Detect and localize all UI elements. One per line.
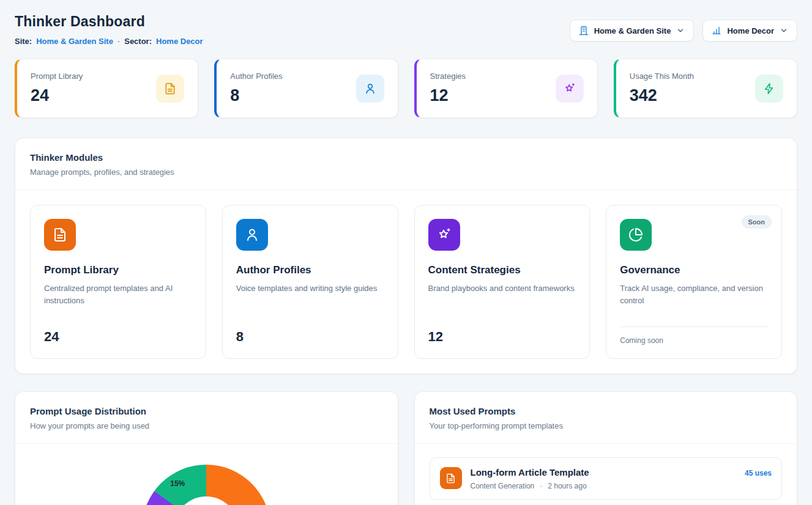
module-value: 8: [236, 329, 384, 345]
prompts-panel-subtitle: Your top-performing prompt templates: [430, 421, 783, 430]
site-link[interactable]: Home & Garden Site: [36, 37, 113, 46]
page-title: Thinker Dashboard: [15, 13, 203, 30]
usage-panel-header: Prompt Usage Distribution How your promp…: [15, 392, 398, 444]
module-card-prompt-library[interactable]: Prompt Library Centralized prompt templa…: [30, 205, 206, 359]
sector-label: Sector:: [124, 37, 152, 46]
prompt-item-category: Content Generation: [471, 482, 535, 490]
user-icon: [236, 219, 268, 251]
prompt-uses-badge: 45 uses: [745, 467, 772, 477]
lightning-icon: [755, 75, 783, 103]
prompt-list-item[interactable]: Long-form Article Template Content Gener…: [430, 457, 783, 500]
module-title: Content Strategies: [428, 264, 576, 276]
title-block: Thinker Dashboard Site: Home & Garden Si…: [15, 13, 203, 46]
bottom-row: Prompt Usage Distribution How your promp…: [15, 391, 797, 505]
modules-section-title: Thinker Modules: [30, 152, 782, 163]
prompt-item-text: Long-form Article Template Content Gener…: [471, 467, 589, 490]
stat-value: 24: [31, 86, 83, 105]
stat-card-author-profiles: Author Profiles 8: [214, 59, 398, 118]
prompt-item-title: Long-form Article Template: [471, 467, 589, 477]
stat-value: 12: [430, 86, 466, 105]
sparkle-star-icon: [556, 75, 584, 103]
soon-badge: Soon: [742, 215, 772, 229]
usage-donut-chart: 15%: [142, 465, 270, 505]
module-description: Track AI usage, compliance, and version …: [620, 282, 768, 307]
prompt-usage-distribution-panel: Prompt Usage Distribution How your promp…: [15, 391, 398, 505]
building-icon: [579, 26, 589, 35]
stat-card-prompt-library: Prompt Library 24: [15, 59, 198, 118]
stat-card-usage-this-month: Usage This Month 342: [614, 59, 797, 118]
module-description: Centralized prompt templates and AI inst…: [44, 282, 192, 307]
stat-value: 8: [230, 86, 282, 105]
document-icon: [156, 75, 184, 103]
stat-label: Strategies: [430, 72, 466, 81]
site-label: Site:: [15, 37, 32, 46]
module-card-governance[interactable]: Soon Governance Track AI usage, complian…: [606, 205, 782, 359]
bar-chart-icon: [712, 26, 721, 35]
modules-section-header: Thinker Modules Manage prompts, profiles…: [15, 138, 797, 190]
prompt-item-meta: Content Generation · 2 hours ago: [471, 482, 589, 490]
chevron-down-icon: [780, 26, 788, 35]
stat-text: Strategies 12: [430, 72, 466, 105]
stats-row: Prompt Library 24 Author Profiles 8 Stra…: [15, 59, 797, 118]
prompt-item-time: 2 hours ago: [548, 482, 586, 490]
prompts-list: Long-form Article Template Content Gener…: [415, 444, 797, 505]
stat-label: Author Profiles: [230, 72, 282, 81]
module-title: Governance: [620, 264, 768, 276]
modules-grid: Prompt Library Centralized prompt templa…: [15, 190, 797, 374]
sector-selector-label: Home Decor: [727, 26, 774, 35]
document-icon: [440, 467, 462, 489]
breadcrumb: Site: Home & Garden Site · Sector: Home …: [15, 37, 203, 46]
stat-text: Author Profiles 8: [230, 72, 282, 105]
prompts-panel-title: Most Used Prompts: [430, 406, 783, 416]
sparkle-star-icon: [428, 219, 460, 251]
meta-separator: ·: [540, 482, 542, 490]
thinker-dashboard-page: Thinker Dashboard Site: Home & Garden Si…: [0, 0, 812, 505]
prompts-panel-header: Most Used Prompts Your top-performing pr…: [415, 392, 797, 444]
module-value: 24: [44, 329, 192, 345]
chevron-down-icon: [676, 26, 685, 35]
chart-area: 15%: [15, 444, 398, 505]
site-selector-label: Home & Garden Site: [594, 26, 671, 35]
document-icon: [44, 219, 76, 251]
pie-chart-icon: [620, 219, 652, 251]
stat-card-strategies: Strategies 12: [414, 59, 598, 118]
user-icon: [356, 75, 384, 103]
stat-value: 342: [630, 86, 694, 105]
donut-segment-label: 15%: [170, 479, 185, 488]
topbar-actions: Home & Garden Site Home Decor: [570, 13, 797, 42]
module-description: Brand playbooks and content frameworks: [428, 282, 576, 295]
coming-soon-label: Coming soon: [620, 326, 768, 345]
module-card-content-strategies[interactable]: Content Strategies Brand playbooks and c…: [414, 205, 590, 359]
module-value: 12: [428, 329, 576, 345]
module-title: Prompt Library: [44, 264, 192, 276]
modules-section-subtitle: Manage prompts, profiles, and strategies: [30, 168, 782, 177]
stat-label: Prompt Library: [31, 72, 83, 81]
usage-panel-subtitle: How your prompts are being used: [30, 421, 383, 430]
module-title: Author Profiles: [236, 264, 384, 276]
sector-selector-dropdown[interactable]: Home Decor: [702, 20, 797, 42]
stat-label: Usage This Month: [630, 72, 694, 81]
breadcrumb-separator: ·: [117, 37, 120, 46]
stat-text: Prompt Library 24: [31, 72, 83, 105]
module-card-author-profiles[interactable]: Author Profiles Voice templates and writ…: [222, 205, 398, 359]
usage-panel-title: Prompt Usage Distribution: [30, 406, 383, 416]
topbar: Thinker Dashboard Site: Home & Garden Si…: [15, 13, 797, 46]
site-selector-dropdown[interactable]: Home & Garden Site: [570, 20, 695, 42]
sector-link[interactable]: Home Decor: [156, 37, 203, 46]
stat-text: Usage This Month 342: [630, 72, 694, 105]
module-description: Voice templates and writing style guides: [236, 282, 384, 295]
most-used-prompts-panel: Most Used Prompts Your top-performing pr…: [414, 391, 798, 505]
thinker-modules-section: Thinker Modules Manage prompts, profiles…: [15, 138, 797, 374]
